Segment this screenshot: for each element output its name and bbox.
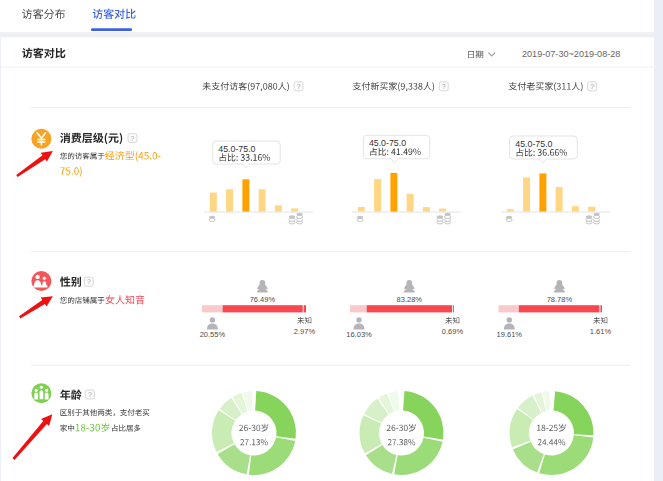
svg-text:83.28%: 83.28% (397, 295, 423, 304)
svg-text:45.0-75.0: 45.0-75.0 (218, 144, 255, 154)
svg-text:?: ? (87, 278, 91, 285)
svg-text:2.97%: 2.97% (294, 327, 316, 336)
svg-text:1.61%: 1.61% (590, 327, 612, 336)
svg-text:16.03%: 16.03% (346, 330, 372, 339)
svg-text:?: ? (88, 391, 92, 398)
svg-text:76.49%: 76.49% (250, 295, 276, 304)
svg-text:0.69%: 0.69% (442, 327, 464, 336)
svg-text:19.61%: 19.61% (497, 330, 523, 339)
svg-text:?: ? (442, 83, 446, 90)
svg-text:?: ? (590, 83, 594, 90)
svg-text:2019-07-30~2019-08-28: 2019-07-30~2019-08-28 (522, 49, 620, 59)
svg-text:?: ? (297, 83, 301, 90)
svg-text:20.55%: 20.55% (200, 330, 226, 339)
svg-text:45.0-75.0: 45.0-75.0 (369, 138, 406, 148)
svg-text:?: ? (131, 135, 135, 142)
svg-text:78.78%: 78.78% (547, 295, 573, 304)
svg-text:45.0-75.0: 45.0-75.0 (515, 139, 552, 149)
